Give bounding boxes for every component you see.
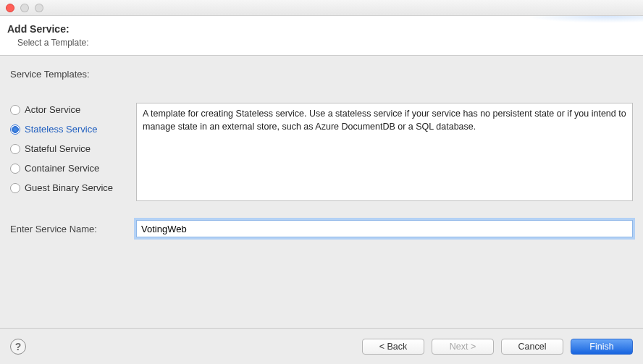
service-name-label: Enter Service Name: bbox=[10, 224, 126, 234]
service-name-row: Enter Service Name: bbox=[10, 220, 633, 237]
radio-icon bbox=[10, 164, 20, 174]
radio-icon bbox=[10, 124, 20, 135]
next-button: Next > bbox=[432, 339, 494, 355]
wizard-body: Service Templates: Actor Service Statele… bbox=[0, 56, 643, 237]
templates-row: Actor Service Stateless Service Stateful… bbox=[10, 103, 633, 201]
wizard-header: Add Service: Select a Template: bbox=[0, 16, 643, 56]
header-decoration bbox=[527, 16, 643, 29]
wizard-footer: ? < Back Next > Cancel Finish bbox=[0, 328, 643, 364]
cancel-button[interactable]: Cancel bbox=[501, 339, 563, 355]
finish-button[interactable]: Finish bbox=[571, 339, 633, 355]
radio-label: Guest Binary Service bbox=[25, 182, 113, 193]
close-icon[interactable] bbox=[6, 4, 14, 12]
minimize-icon bbox=[20, 4, 29, 12]
help-icon[interactable]: ? bbox=[10, 339, 26, 355]
radio-guest-binary-service[interactable]: Guest Binary Service bbox=[10, 182, 126, 193]
radio-label: Container Service bbox=[25, 163, 99, 174]
back-button[interactable]: < Back bbox=[362, 339, 424, 355]
radio-icon bbox=[10, 183, 20, 193]
radio-icon bbox=[10, 144, 20, 154]
radio-stateless-service[interactable]: Stateless Service bbox=[10, 124, 126, 135]
section-label: Service Templates: bbox=[10, 69, 633, 80]
radio-actor-service[interactable]: Actor Service bbox=[10, 104, 126, 115]
radio-icon bbox=[10, 105, 20, 115]
radio-stateful-service[interactable]: Stateful Service bbox=[10, 143, 126, 154]
help-glyph: ? bbox=[15, 341, 22, 352]
page-subtitle: Select a Template: bbox=[17, 38, 636, 48]
template-radio-group: Actor Service Stateless Service Stateful… bbox=[10, 103, 126, 193]
template-description: A template for creating Stateless servic… bbox=[136, 103, 633, 201]
radio-label: Stateless Service bbox=[25, 124, 97, 135]
window-titlebar bbox=[0, 0, 643, 16]
maximize-icon bbox=[35, 4, 43, 12]
radio-label: Actor Service bbox=[25, 104, 80, 115]
radio-label: Stateful Service bbox=[25, 143, 91, 154]
radio-container-service[interactable]: Container Service bbox=[10, 163, 126, 174]
service-name-input[interactable] bbox=[136, 220, 633, 237]
